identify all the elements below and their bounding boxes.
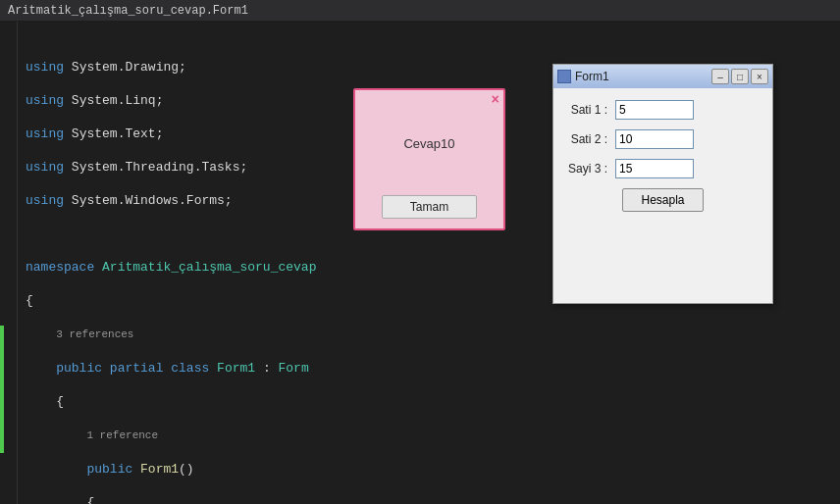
code-line: public partial class Form1 : Form xyxy=(26,360,832,377)
dialog-ok-button[interactable]: Tamam xyxy=(382,195,477,219)
gutter xyxy=(0,22,18,504)
title-bar: Aritmatik_çalışma_soru_cevap.Form1 xyxy=(0,0,840,22)
form1-close-button[interactable]: × xyxy=(751,69,768,84)
form1-window-controls: – □ × xyxy=(711,69,768,84)
form1-app-icon xyxy=(557,70,571,83)
form1-btn-row: Hesapla xyxy=(563,188,762,212)
form1-input-2[interactable] xyxy=(615,129,694,149)
form1-input-1[interactable] xyxy=(615,100,694,120)
code-line: 1 reference xyxy=(26,427,832,444)
form1-title-left: Form1 xyxy=(557,70,609,83)
dialog-message: Cevap10 xyxy=(403,100,454,187)
form1-titlebar: Form1 – □ × xyxy=(553,65,772,88)
form1-row-2: Sati 2 : xyxy=(563,129,762,149)
form1-window: Form1 – □ × Sati 1 : Sati 2 : Sayi 3 : H… xyxy=(552,64,773,304)
form1-title-text: Form1 xyxy=(575,70,609,83)
green-bar xyxy=(0,326,4,453)
message-dialog: × Cevap10 Tamam xyxy=(353,88,505,230)
form1-row-3: Sayi 3 : xyxy=(563,159,762,178)
code-line: 3 references xyxy=(26,326,832,343)
form1-minimize-button[interactable]: – xyxy=(711,69,729,84)
form1-input-3[interactable] xyxy=(615,159,694,178)
code-line: { xyxy=(26,393,832,410)
form1-label-2: Sati 2 : xyxy=(563,132,607,146)
form1-label-1: Sati 1 : xyxy=(563,103,607,117)
form1-maximize-button[interactable]: □ xyxy=(731,69,749,84)
form1-body: Sati 1 : Sati 2 : Sayi 3 : Hesapla xyxy=(553,88,772,224)
window-title: Aritmatik_çalışma_soru_cevap.Form1 xyxy=(8,4,248,18)
form1-hesapla-button[interactable]: Hesapla xyxy=(622,188,703,212)
form1-row-1: Sati 1 : xyxy=(563,100,762,120)
form1-label-3: Sayi 3 : xyxy=(563,162,607,176)
code-line: public Form1() xyxy=(26,461,832,478)
dialog-close-button[interactable]: × xyxy=(492,92,499,108)
code-line: { xyxy=(26,494,832,504)
